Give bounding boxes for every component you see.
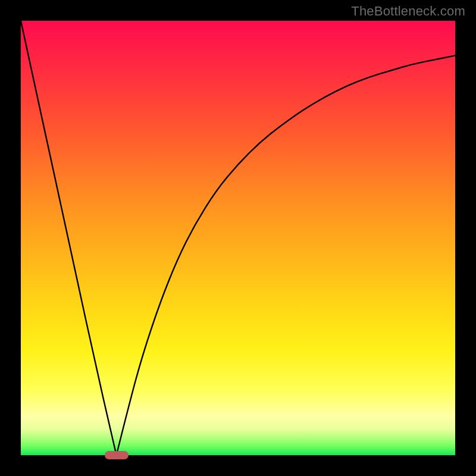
plot-area xyxy=(21,21,455,455)
curve-left-branch xyxy=(21,21,117,455)
vertex-marker xyxy=(105,451,129,459)
chart-frame: TheBottleneck.com xyxy=(0,0,476,476)
watermark-text: TheBottleneck.com xyxy=(351,4,465,19)
curve-right-branch xyxy=(117,55,455,455)
bottleneck-curve xyxy=(21,21,455,455)
